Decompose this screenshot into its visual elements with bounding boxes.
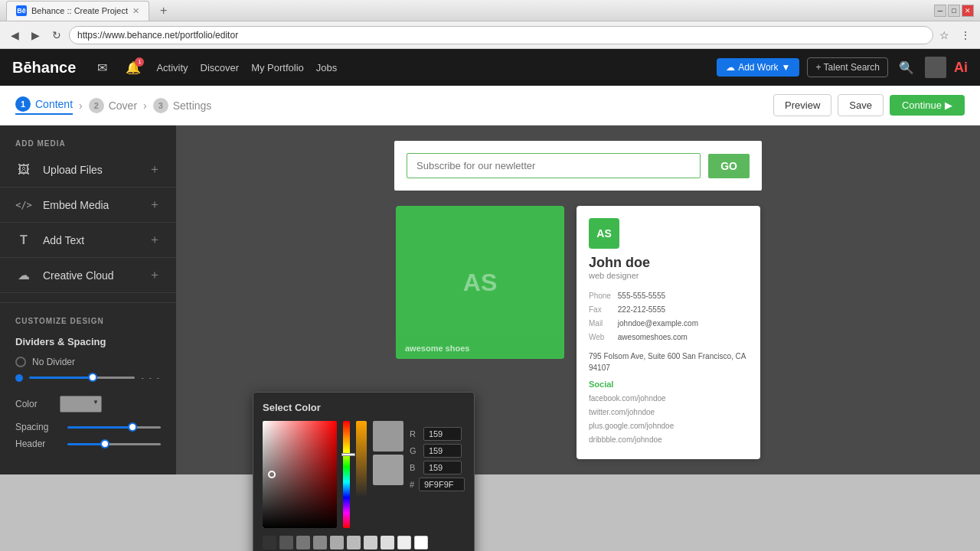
hue-slider[interactable] bbox=[343, 421, 350, 528]
dividers-label: Dividers & Spacing bbox=[15, 336, 161, 347]
add-text-label: Add Text bbox=[43, 234, 138, 246]
spacing-slider[interactable] bbox=[67, 426, 161, 429]
bc-web: awesomeshoes.com bbox=[618, 333, 688, 341]
color-row: Color bbox=[15, 396, 161, 412]
bell-icon[interactable]: 🔔 1 bbox=[126, 60, 141, 75]
swatch-5[interactable] bbox=[347, 536, 361, 549]
breadcrumb-settings[interactable]: 3 Settings bbox=[153, 98, 212, 113]
bc-logo: AS bbox=[589, 218, 619, 249]
tab-title: Behance :: Create Project bbox=[31, 6, 128, 15]
green-card-sub: awesome shoes bbox=[405, 344, 469, 353]
swatch-6[interactable] bbox=[364, 536, 377, 549]
preview-button[interactable]: Preview bbox=[773, 94, 831, 116]
swatch-9[interactable] bbox=[414, 536, 428, 549]
newsletter-go-button[interactable]: GO bbox=[708, 154, 750, 178]
back-button[interactable]: ◀ bbox=[6, 26, 24, 44]
forward-button[interactable]: ▶ bbox=[27, 26, 44, 44]
left-sidebar: ADD MEDIA 🖼 Upload Files ＋ </> Embed Med… bbox=[0, 126, 176, 474]
app-nav-links: Activity Discover My Portfolio Jobs bbox=[156, 62, 701, 73]
bc-social-links: facebook.com/johndoe twitter.com/johndoe… bbox=[589, 392, 748, 447]
color-picker-popup: Select Color R bbox=[253, 392, 475, 551]
user-avatar-button[interactable] bbox=[925, 57, 946, 78]
bc-mail-label: Mail bbox=[589, 317, 616, 331]
color-gradient-bg bbox=[263, 421, 337, 528]
breadcrumb-label-settings: Settings bbox=[173, 99, 212, 112]
no-divider-label: No Divider bbox=[32, 357, 75, 367]
r-input[interactable] bbox=[423, 427, 462, 441]
bc-social-google: plus.google.com/johndoe bbox=[589, 419, 748, 433]
creative-cloud-item[interactable]: ☁ Creative Cloud ＋ bbox=[0, 258, 176, 293]
talent-search-button[interactable]: + Talent Search bbox=[807, 57, 888, 77]
nav-jobs[interactable]: Jobs bbox=[316, 62, 337, 73]
creative-cloud-add-icon[interactable]: ＋ bbox=[149, 267, 161, 283]
adobe-icon: Ai bbox=[954, 60, 968, 76]
continue-button[interactable]: Continue ▶ bbox=[890, 95, 965, 116]
bc-info: Phone 555-555-5555 Fax 222-212-5555 Mail… bbox=[589, 289, 748, 344]
add-text-add-icon[interactable]: ＋ bbox=[149, 232, 161, 248]
swatch-2[interactable] bbox=[296, 536, 310, 549]
upload-files-item[interactable]: 🖼 Upload Files ＋ bbox=[0, 152, 176, 187]
close-tab-icon[interactable]: ✕ bbox=[132, 6, 139, 16]
bc-social-title: Social bbox=[589, 380, 748, 389]
star-icon[interactable]: ☆ bbox=[936, 28, 952, 43]
breadcrumb-cover[interactable]: 2 Cover bbox=[89, 98, 137, 113]
g-input[interactable] bbox=[423, 444, 462, 458]
divider-slider[interactable] bbox=[29, 377, 135, 379]
maximize-button[interactable]: □ bbox=[948, 5, 960, 17]
title-bar: Bē Behance :: Create Project ✕ + ─ □ ✕ bbox=[0, 0, 980, 21]
color-picker-title: Select Color bbox=[263, 402, 465, 413]
nav-icons: ☆ ⋮ bbox=[936, 28, 974, 43]
nav-my-portfolio[interactable]: My Portfolio bbox=[251, 62, 304, 73]
nav-discover[interactable]: Discover bbox=[201, 62, 240, 73]
embed-media-add-icon[interactable]: ＋ bbox=[149, 197, 161, 213]
color-gradient[interactable] bbox=[263, 421, 337, 528]
save-button[interactable]: Save bbox=[838, 94, 884, 116]
new-tab-button[interactable]: + bbox=[155, 4, 172, 18]
minimize-button[interactable]: ─ bbox=[934, 5, 946, 17]
close-window-button[interactable]: ✕ bbox=[962, 5, 974, 17]
reload-button[interactable]: ↻ bbox=[47, 26, 66, 44]
upload-files-add-icon[interactable]: ＋ bbox=[149, 161, 161, 178]
creative-cloud-label: Creative Cloud bbox=[43, 269, 138, 282]
breadcrumb-label-cover: Cover bbox=[109, 99, 137, 112]
browser-tab[interactable]: Bē Behance :: Create Project ✕ bbox=[6, 1, 149, 21]
embed-icon: </> bbox=[15, 200, 32, 210]
no-divider-option[interactable]: No Divider bbox=[15, 357, 161, 367]
breadcrumb-content[interactable]: 1 Content bbox=[15, 96, 73, 115]
upload-icon: 🖼 bbox=[15, 163, 32, 177]
alpha-section bbox=[356, 421, 367, 528]
hex-input[interactable] bbox=[419, 478, 465, 491]
window-controls: ─ □ ✕ bbox=[934, 5, 974, 17]
swatch-1[interactable] bbox=[279, 536, 293, 549]
divider-slider-row: - - - bbox=[15, 373, 161, 382]
menu-icon[interactable]: ⋮ bbox=[957, 28, 974, 43]
alpha-slider[interactable] bbox=[356, 421, 367, 497]
newsletter-input[interactable] bbox=[407, 153, 701, 178]
toolbar-actions: Preview Save Continue ▶ bbox=[773, 94, 965, 116]
creative-cloud-icon: ☁ bbox=[15, 268, 32, 282]
address-bar[interactable] bbox=[69, 26, 933, 44]
green-card-text: AS bbox=[463, 269, 497, 297]
add-work-button[interactable]: ☁ Add Work ▼ bbox=[717, 58, 799, 77]
swatch-8[interactable] bbox=[397, 536, 411, 549]
swatch-3[interactable] bbox=[313, 536, 327, 549]
nav-activity[interactable]: Activity bbox=[156, 62, 188, 73]
swatch-4[interactable] bbox=[330, 536, 344, 549]
bc-name: John doe bbox=[589, 255, 748, 271]
embed-media-item[interactable]: </> Embed Media ＋ bbox=[0, 187, 176, 223]
swatch-7[interactable] bbox=[381, 536, 394, 549]
b-input[interactable] bbox=[423, 461, 462, 474]
bc-phone: 555-555-5555 bbox=[618, 292, 665, 300]
g-row: G bbox=[410, 444, 465, 458]
search-icon[interactable]: 🔍 bbox=[896, 57, 917, 78]
green-card: AS awesome shoes bbox=[396, 206, 564, 359]
favicon-icon: Bē bbox=[16, 5, 27, 16]
swatch-0[interactable] bbox=[263, 536, 276, 549]
header-slider[interactable] bbox=[67, 443, 161, 445]
bc-social-facebook: facebook.com/johndoe bbox=[589, 392, 748, 406]
color-swatch[interactable] bbox=[60, 396, 102, 412]
add-text-item[interactable]: T Add Text ＋ bbox=[0, 223, 176, 258]
header-handle bbox=[100, 439, 109, 448]
no-divider-radio[interactable] bbox=[15, 357, 26, 367]
mail-icon[interactable]: ✉ bbox=[97, 60, 107, 75]
